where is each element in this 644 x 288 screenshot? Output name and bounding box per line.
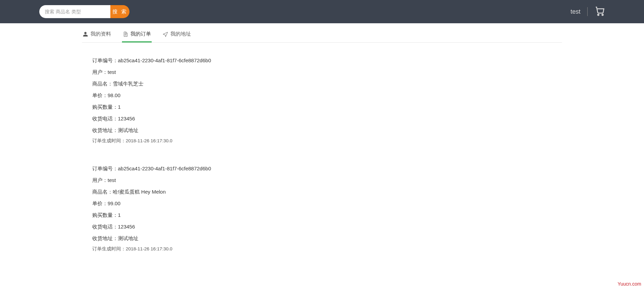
username-link[interactable]: test [571,8,580,15]
search-button[interactable]: 搜 索 [110,5,129,18]
order-no: 订单编号：ab25ca41-2230-4af1-81f7-6cfe8872d6b… [92,56,552,65]
order-quantity: 购买数量：1 [92,211,552,219]
user-icon [83,31,88,37]
order-created: 订单生成时间：2018-11-26 16:17:30.0 [92,138,552,144]
send-icon [163,31,168,37]
order-address: 收货地址：测试地址 [92,126,552,134]
order-price: 单价：99.00 [92,199,552,208]
order-user: 用户：test [92,176,552,184]
order-product: 商品名：雪域牛乳芝士 [92,80,552,88]
topbar-right: test [571,6,605,18]
order-created: 订单生成时间：2018-11-26 16:17:30.0 [92,246,552,252]
topbar: 搜 索 test [0,0,644,23]
order-phone: 收货电话：123456 [92,223,552,231]
order-no: 订单编号：ab25ca41-2230-4af1-81f7-6cfe8872d6b… [92,165,552,173]
order-item: 订单编号：ab25ca41-2230-4af1-81f7-6cfe8872d6b… [92,165,552,252]
order-user: 用户：test [92,68,552,76]
content: 订单编号：ab25ca41-2230-4af1-81f7-6cfe8872d6b… [82,56,562,252]
order-address: 收货地址：测试地址 [92,234,552,243]
order-product: 商品名：哈!蜜瓜蛋糕 Hey Melon [92,188,552,196]
tab-address[interactable]: 我的地址 [162,27,192,42]
tab-profile[interactable]: 我的资料 [82,27,112,42]
order-quantity: 购买数量：1 [92,103,552,111]
order-price: 单价：98.00 [92,91,552,100]
order-phone: 收货电话：123456 [92,115,552,123]
search-input[interactable] [39,5,111,18]
tabs: 我的资料 我的订单 我的地址 [82,23,562,42]
divider [587,7,588,16]
document-icon [123,31,128,37]
tab-label: 我的地址 [170,31,191,37]
cart-icon[interactable] [594,6,605,18]
tab-label: 我的订单 [131,31,151,37]
order-item: 订单编号：ab25ca41-2230-4af1-81f7-6cfe8872d6b… [92,56,552,144]
tabs-container: 我的资料 我的订单 我的地址 [82,23,562,43]
tab-label: 我的资料 [91,31,111,37]
tab-orders[interactable]: 我的订单 [122,27,152,42]
search-wrap: 搜 索 [39,5,129,18]
svg-point-0 [598,14,599,15]
svg-point-1 [602,14,603,15]
